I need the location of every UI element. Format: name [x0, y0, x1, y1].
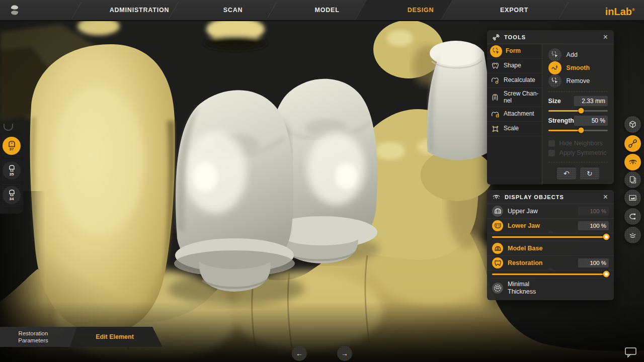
wrench-icon	[628, 139, 637, 148]
eye-icon	[492, 194, 501, 200]
preview-icon	[628, 194, 637, 202]
bottom-step-tabs: Restoration Parameters Edit Element	[0, 327, 181, 347]
redo-button[interactable]: ↻	[580, 167, 599, 179]
tooth-number: 37	[10, 147, 14, 151]
panel-title: TOOLS	[504, 34, 598, 40]
nav-export[interactable]: EXPORT	[500, 0, 528, 20]
nav-scan[interactable]: SCAN	[223, 0, 243, 20]
form-tool-options: Add Smooth	[542, 44, 614, 185]
smooth-icon	[548, 61, 561, 74]
nav-design[interactable]: DESIGN	[408, 0, 434, 20]
articulator-icon	[628, 231, 637, 239]
cube-icon	[628, 120, 637, 129]
close-icon[interactable]: ×	[602, 33, 609, 41]
case-documents-button[interactable]	[624, 171, 641, 188]
hide-neighbors-option[interactable]: Hide Neighbors	[548, 139, 608, 148]
strength-slider-thumb[interactable]	[578, 127, 584, 133]
connect-button[interactable]	[624, 208, 641, 225]
strength-slider[interactable]	[548, 127, 608, 133]
upper-jaw-icon	[492, 206, 503, 217]
abutment-crown-icon	[8, 190, 16, 197]
restoration-tooth-list: 37 35 34	[0, 132, 23, 214]
display-row-model-base[interactable]: Model Base	[487, 241, 614, 256]
tool-category-scale[interactable]: Scale	[487, 122, 542, 136]
display-row-minimal-thickness[interactable]: Minimal Thickness	[487, 279, 614, 297]
tool-category-screw-channel[interactable]: Screw Chan- nel	[487, 88, 542, 107]
upper-jaw-opacity[interactable]: 100 %	[578, 207, 609, 216]
tooth-item-37[interactable]: 37	[2, 134, 21, 157]
form-icon	[490, 45, 502, 57]
preview-window-button[interactable]	[624, 190, 641, 206]
sirona-logo	[8, 4, 21, 17]
apply-symmetric-option[interactable]: Apply Symmetric	[548, 148, 608, 158]
pages-icon	[629, 175, 637, 184]
mode-remove[interactable]: Remove	[548, 74, 608, 87]
close-icon[interactable]: ×	[602, 193, 609, 201]
tool-category-recalculate[interactable]: Recalculate	[487, 73, 542, 88]
display-row-upper-jaw[interactable]: Upper Jaw 100 %	[487, 204, 614, 219]
tools-panel: TOOLS × Form	[487, 30, 614, 184]
undo-button[interactable]: ↶	[557, 167, 576, 179]
recalculate-icon	[490, 75, 500, 85]
screw-channel-icon	[490, 93, 500, 103]
chat-bubble-icon	[624, 347, 637, 358]
view-cube-button[interactable]	[624, 116, 641, 133]
connect-icon	[628, 213, 637, 220]
bone-icon	[492, 33, 500, 41]
lower-jaw-opacity[interactable]: 100 %	[578, 221, 609, 230]
add-icon	[548, 48, 561, 61]
lower-jaw-icon	[492, 220, 503, 231]
tooth-item-35[interactable]: 35	[2, 159, 21, 182]
mode-smooth[interactable]: Smooth	[548, 61, 608, 74]
brand-logo-text: inLab®	[605, 0, 635, 20]
tooth-item-34[interactable]: 34	[2, 184, 21, 207]
size-label: Size	[548, 98, 561, 105]
nav-administration[interactable]: ADMINISTRATION	[110, 0, 170, 20]
previous-step-button[interactable]: ←	[292, 346, 307, 361]
strength-label: Strength	[548, 117, 574, 124]
eye-icon	[628, 159, 637, 165]
tab-restoration-parameters[interactable]: Restoration Parameters	[6, 330, 61, 344]
strength-value[interactable]: 50 %	[574, 116, 608, 126]
lower-jaw-opacity-slider[interactable]	[492, 233, 609, 241]
abutment-crown-icon	[8, 165, 16, 172]
restoration-icon	[492, 257, 503, 268]
slider-thumb[interactable]	[603, 234, 610, 240]
tools-toggle-button[interactable]	[624, 135, 641, 152]
display-objects-panel: DISPLAY OBJECTS × Upper Jaw 100 % Lower …	[487, 190, 614, 300]
size-slider-thumb[interactable]	[578, 108, 584, 114]
restoration-opacity-slider[interactable]	[492, 270, 609, 279]
checkbox[interactable]	[548, 140, 555, 147]
size-value[interactable]: 2.33 mm	[574, 96, 608, 106]
shape-icon	[490, 61, 500, 71]
checkbox[interactable]	[548, 150, 555, 156]
mode-add[interactable]: Add	[548, 48, 608, 61]
tool-category-shape[interactable]: Shape	[487, 59, 542, 73]
restoration-opacity[interactable]: 100 %	[578, 258, 609, 267]
tooth-number: 35	[10, 172, 14, 176]
next-step-button[interactable]: →	[337, 346, 352, 361]
display-objects-toggle-button[interactable]	[624, 154, 641, 170]
inlab-app: ADMINISTRATION SCAN MODEL DESIGN EXPORT …	[0, 0, 644, 362]
tooth-number: 34	[10, 197, 14, 201]
nav-model[interactable]: MODEL	[314, 0, 339, 20]
slider-thumb[interactable]	[603, 271, 610, 278]
articulator-button[interactable]	[624, 227, 641, 243]
minimal-thickness-icon	[492, 283, 503, 294]
top-navigation-bar: ADMINISTRATION SCAN MODEL DESIGN EXPORT …	[0, 0, 644, 21]
size-slider[interactable]	[548, 107, 608, 114]
tool-category-attachment[interactable]: Attachment	[487, 107, 542, 122]
scale-icon	[490, 124, 500, 134]
model-base-icon	[492, 243, 503, 254]
remove-icon	[548, 74, 561, 87]
panel-title: DISPLAY OBJECTS	[505, 194, 598, 200]
attachment-icon	[490, 109, 500, 119]
active-nav-highlight	[355, 0, 453, 20]
tool-category-form[interactable]: Form	[487, 44, 542, 59]
feedback-chat-button[interactable]	[624, 347, 637, 360]
tab-edit-element[interactable]: Edit Element	[96, 333, 134, 340]
tool-categories: Form Shape	[487, 44, 542, 185]
